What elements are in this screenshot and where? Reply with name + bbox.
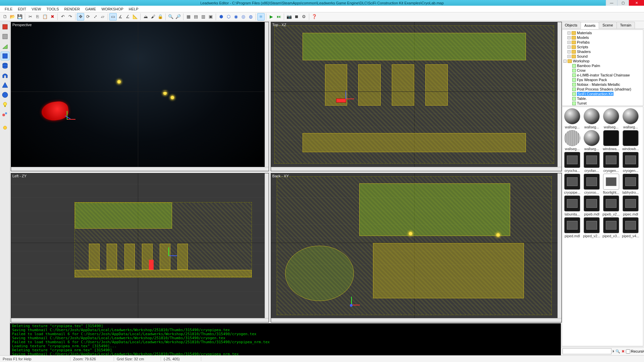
move-tool-icon[interactable]: ✥ xyxy=(77,13,84,20)
material-thumb-icon[interactable] xyxy=(564,130,580,146)
viewport-top[interactable]: Top - XZ xyxy=(271,22,562,171)
material-thumb-icon[interactable] xyxy=(584,108,600,124)
menu-workshop[interactable]: WORKSHOP xyxy=(99,6,126,12)
box-blue-icon[interactable] xyxy=(1,52,9,60)
copy-icon[interactable]: ⎘ xyxy=(34,13,41,20)
model-thumb-icon[interactable] xyxy=(584,217,600,233)
material-thumb-icon[interactable] xyxy=(623,130,639,146)
horizontal-scrollbar[interactable] xyxy=(271,167,561,171)
csg-union-icon[interactable]: ⬢ xyxy=(217,13,225,20)
material-thumb-icon[interactable] xyxy=(623,108,639,124)
settings-icon[interactable]: ⚙ xyxy=(300,13,308,20)
tab-assets[interactable]: Assets xyxy=(581,22,599,29)
search-icon[interactable]: 🔍 xyxy=(615,349,620,354)
close-button[interactable]: ✕ xyxy=(629,0,644,6)
select-tool-icon[interactable]: ▭ xyxy=(109,13,117,20)
maximize-button[interactable]: ▢ xyxy=(617,0,629,6)
dropdown-icon[interactable] xyxy=(613,350,614,353)
model-thumb-icon[interactable] xyxy=(584,152,600,168)
material-thumb-icon[interactable] xyxy=(603,108,619,124)
redo-icon[interactable]: ↷ xyxy=(66,13,74,20)
menu-game[interactable]: GAME xyxy=(83,6,99,12)
model-thumb-icon[interactable] xyxy=(584,195,600,212)
expand-icon[interactable]: + xyxy=(568,50,571,53)
recursive-checkbox[interactable]: Recursive xyxy=(626,349,644,354)
cylinder-icon[interactable] xyxy=(1,61,9,70)
tree-selected[interactable]: SciFi Construction Kit xyxy=(577,92,613,96)
grid4-icon[interactable]: ▣ xyxy=(207,13,214,20)
model-thumb-icon[interactable] xyxy=(564,195,580,212)
model-thumb-icon[interactable] xyxy=(564,152,580,168)
delete-icon[interactable]: ✖ xyxy=(49,13,56,20)
stop-icon[interactable]: ⏹ xyxy=(293,13,300,20)
expand-icon[interactable]: + xyxy=(568,55,571,58)
emitter-icon[interactable] xyxy=(1,110,9,119)
box-gray-icon[interactable] xyxy=(1,32,9,41)
cut-icon[interactable]: ✂ xyxy=(26,13,34,20)
tab-scene[interactable]: Scene xyxy=(599,22,616,28)
menu-view[interactable]: VIEW xyxy=(29,6,44,12)
vertical-scrollbar[interactable] xyxy=(557,173,561,318)
material-thumb-icon[interactable] xyxy=(564,108,580,124)
paint-icon[interactable]: 🖌 xyxy=(149,13,157,20)
open-icon[interactable]: 📂 xyxy=(9,13,16,20)
grid-icon[interactable]: ▦ xyxy=(185,13,192,20)
expand-icon[interactable]: + xyxy=(568,36,571,39)
clear-search-icon[interactable]: ✖ xyxy=(622,349,625,354)
expand-icon[interactable]: + xyxy=(568,46,571,49)
viewport-back[interactable]: Back - XY xyxy=(271,173,562,322)
model-thumb-icon[interactable] xyxy=(603,152,619,168)
menu-help[interactable]: HELP xyxy=(126,6,141,12)
horizontal-scrollbar[interactable] xyxy=(11,167,269,171)
help-icon[interactable]: ❓ xyxy=(311,13,318,20)
expand-icon[interactable]: + xyxy=(568,41,571,44)
save-icon[interactable]: 💾 xyxy=(16,13,23,20)
tab-terrain[interactable]: Terrain xyxy=(616,22,635,28)
model-thumb-icon[interactable] xyxy=(564,174,580,190)
sun-icon[interactable] xyxy=(1,123,9,132)
camera-icon[interactable]: 📷 xyxy=(285,13,293,20)
new-icon[interactable]: 🗋 xyxy=(1,13,9,20)
asset-tree[interactable]: +Materials +Models +Prefabs +Scripts +Sh… xyxy=(562,29,643,106)
model-thumb-icon[interactable] xyxy=(623,195,639,212)
menu-edit[interactable]: EDIT xyxy=(15,6,29,12)
horizontal-scrollbar[interactable] xyxy=(11,318,269,322)
asset-thumbnails[interactable]: wallseg... wallseg... wallseg... wallseg… xyxy=(562,107,643,346)
paste-icon[interactable]: 📋 xyxy=(41,13,49,20)
model-thumb-icon[interactable] xyxy=(623,217,639,233)
model-thumb-icon[interactable] xyxy=(603,195,619,212)
rotate-tool-icon[interactable]: ⟳ xyxy=(84,13,92,20)
csg-int-icon[interactable]: ◉ xyxy=(232,13,239,20)
play-icon[interactable]: ▶ xyxy=(268,13,275,20)
model-thumb-icon[interactable] xyxy=(623,174,639,190)
model-thumb-icon[interactable] xyxy=(564,217,580,233)
output-log[interactable]: Deleting texture "cryopipea.tex" [315490… xyxy=(10,323,561,355)
collapse-icon[interactable]: − xyxy=(564,60,567,63)
physics-icon[interactable]: ⚛ xyxy=(257,13,265,20)
cone-icon[interactable] xyxy=(1,81,9,89)
csg-hollow-icon[interactable]: ◎ xyxy=(239,13,247,20)
menu-tools[interactable]: TOOLS xyxy=(44,6,61,12)
angle-snap2-icon[interactable]: ∠ xyxy=(124,13,131,20)
horizontal-scrollbar[interactable] xyxy=(271,318,561,322)
vertical-scrollbar[interactable] xyxy=(265,22,269,167)
grid3-icon[interactable]: ▥ xyxy=(200,13,207,20)
model-thumb-icon[interactable] xyxy=(584,174,600,190)
tab-objects[interactable]: Objects xyxy=(561,22,581,28)
viewport-left[interactable]: Left - ZY xyxy=(11,173,269,322)
terrain-icon[interactable]: ⛰ xyxy=(142,13,149,20)
box-red-icon[interactable] xyxy=(1,22,9,31)
scale-tool-icon[interactable]: ⤢ xyxy=(92,13,99,20)
measure-icon[interactable]: 📐 xyxy=(131,13,139,20)
viewport-perspective[interactable]: Perspective xyxy=(11,22,269,171)
menu-file[interactable]: FILE xyxy=(2,6,15,12)
material-thumb-icon[interactable] xyxy=(603,130,619,146)
vertical-scrollbar[interactable] xyxy=(265,173,269,318)
csg-carve-icon[interactable]: ◍ xyxy=(247,13,254,20)
menu-render[interactable]: RENDER xyxy=(62,6,83,12)
expand-icon[interactable]: + xyxy=(568,32,571,35)
model-thumb-icon[interactable] xyxy=(603,174,619,190)
csg-sub-icon[interactable]: ⬡ xyxy=(225,13,232,20)
grid2-icon[interactable]: ▤ xyxy=(192,13,200,20)
zoom-out-icon[interactable]: 🔎 xyxy=(174,13,182,20)
